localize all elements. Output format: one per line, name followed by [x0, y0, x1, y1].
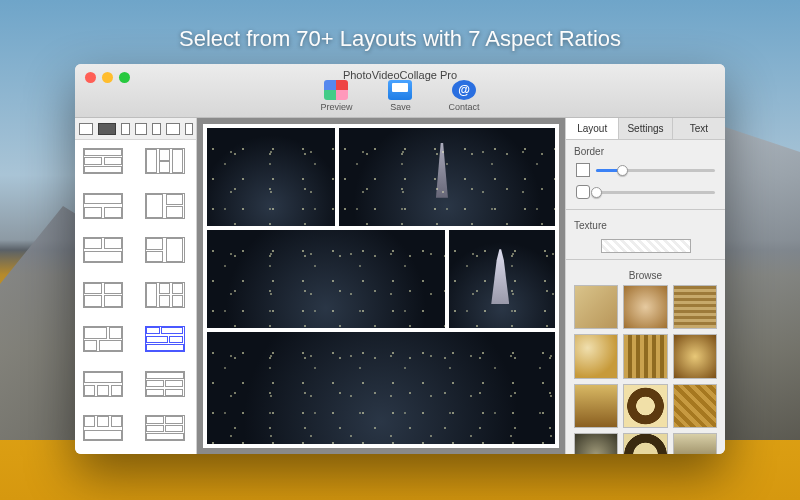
- collage-cell[interactable]: [207, 230, 445, 328]
- tab-text[interactable]: Text: [673, 118, 725, 139]
- texture-swatch[interactable]: [673, 334, 717, 378]
- layout-option[interactable]: [145, 371, 185, 397]
- aspect-ratio-option[interactable]: [166, 123, 180, 135]
- titlebar: PhotoVideoCollage Pro Preview Save @ Con…: [75, 64, 725, 118]
- collage-cell[interactable]: [449, 230, 555, 328]
- window-body: LayoutSettingsText Border Texture Browse: [75, 118, 725, 454]
- layout-option[interactable]: [145, 282, 185, 308]
- layout-option[interactable]: [83, 371, 123, 397]
- texture-swatch[interactable]: [574, 334, 618, 378]
- layout-option[interactable]: [145, 148, 185, 174]
- border-round-icon: [576, 185, 590, 199]
- contact-icon: @: [452, 80, 476, 100]
- border-radius-row: [566, 183, 725, 205]
- texture-grid: [566, 285, 725, 454]
- panel-tabs: LayoutSettingsText: [566, 118, 725, 140]
- texture-swatch[interactable]: [623, 433, 667, 454]
- tab-settings[interactable]: Settings: [619, 118, 672, 139]
- layout-option[interactable]: [145, 193, 185, 219]
- texture-swatch[interactable]: [574, 433, 618, 454]
- layout-option[interactable]: [83, 237, 123, 263]
- texture-swatch[interactable]: [673, 433, 717, 454]
- layout-option[interactable]: [83, 193, 123, 219]
- collage-cell[interactable]: [339, 128, 556, 226]
- aspect-ratio-option[interactable]: [98, 123, 116, 135]
- layout-option[interactable]: [145, 415, 185, 441]
- texture-swatch[interactable]: [673, 285, 717, 329]
- save-label: Save: [390, 102, 411, 112]
- border-square-icon: [576, 163, 590, 177]
- layout-option[interactable]: [83, 282, 123, 308]
- right-panel: LayoutSettingsText Border Texture Browse: [565, 118, 725, 454]
- layout-option[interactable]: [145, 237, 185, 263]
- aspect-ratio-option[interactable]: [152, 123, 161, 135]
- browse-label: Browse: [566, 264, 725, 285]
- border-width-row: [566, 161, 725, 183]
- aspect-ratio-option[interactable]: [121, 123, 130, 135]
- texture-swatch[interactable]: [623, 334, 667, 378]
- layout-option[interactable]: [83, 415, 123, 441]
- contact-button[interactable]: @ Contact: [448, 80, 479, 112]
- layout-option[interactable]: [83, 326, 123, 352]
- texture-swatch[interactable]: [673, 384, 717, 428]
- app-window: PhotoVideoCollage Pro Preview Save @ Con…: [75, 64, 725, 454]
- texture-swatch[interactable]: [574, 384, 618, 428]
- texture-section-label: Texture: [566, 214, 725, 235]
- toolbar: Preview Save @ Contact: [75, 80, 725, 112]
- preview-icon: [324, 80, 348, 100]
- collage-canvas[interactable]: [203, 124, 559, 448]
- border-radius-slider[interactable]: [596, 191, 715, 194]
- marketing-headline: Select from 70+ Layouts with 7 Aspect Ra…: [0, 26, 800, 52]
- save-icon: [388, 80, 412, 100]
- texture-swatch[interactable]: [574, 285, 618, 329]
- collage-cell[interactable]: [207, 128, 335, 226]
- aspect-ratio-option[interactable]: [135, 123, 147, 135]
- aspect-ratio-option[interactable]: [185, 123, 193, 135]
- layout-sidebar: [75, 118, 197, 454]
- aspect-ratio-option[interactable]: [79, 123, 93, 135]
- collage-cell[interactable]: [207, 332, 555, 444]
- preview-label: Preview: [320, 102, 352, 112]
- contact-label: Contact: [448, 102, 479, 112]
- texture-swatch[interactable]: [623, 285, 667, 329]
- texture-preview[interactable]: [601, 239, 691, 253]
- border-width-slider[interactable]: [596, 169, 715, 172]
- aspect-ratio-selector: [75, 118, 196, 140]
- border-section-label: Border: [566, 140, 725, 161]
- canvas-area: [197, 118, 565, 454]
- texture-swatch[interactable]: [623, 384, 667, 428]
- layout-option[interactable]: [83, 148, 123, 174]
- layout-option[interactable]: [145, 326, 185, 352]
- save-button[interactable]: Save: [388, 80, 412, 112]
- divider: [566, 209, 725, 210]
- divider: [566, 259, 725, 260]
- tab-layout[interactable]: Layout: [566, 118, 619, 139]
- preview-button[interactable]: Preview: [320, 80, 352, 112]
- layout-grid: [75, 140, 196, 454]
